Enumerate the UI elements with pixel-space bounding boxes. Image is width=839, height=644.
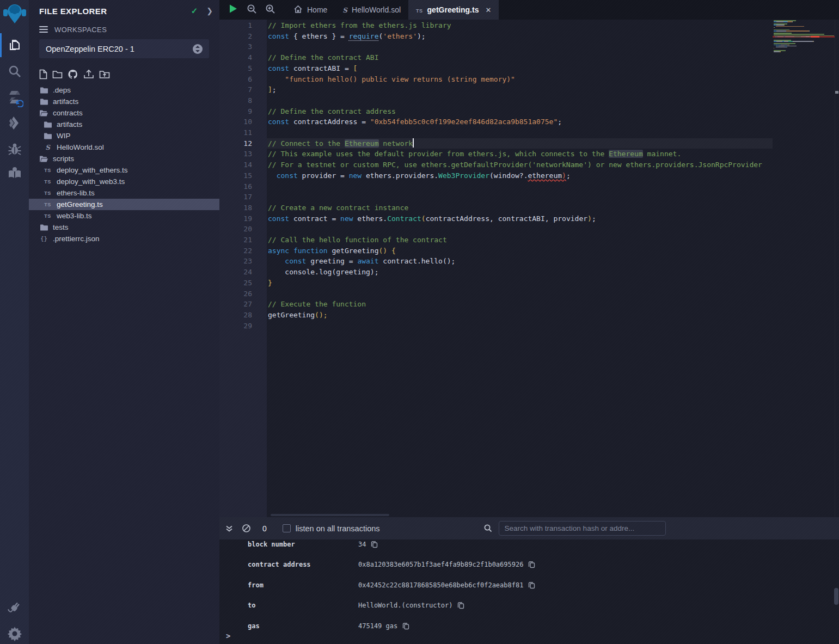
zoom-out-button[interactable] (242, 0, 261, 20)
code-line-14[interactable]: // For a testnet or custom RPC, use ethe… (268, 160, 762, 170)
code-line-23[interactable]: const greeting = await contract.hello(); (268, 256, 455, 267)
tree-item-scripts[interactable]: scripts (29, 153, 219, 164)
tx-detail-row: contract address0x8a120383e6057b1f3aef4f… (219, 559, 839, 570)
tree-item-label: artifacts (57, 120, 82, 128)
upload-file-icon[interactable] (83, 68, 94, 80)
tree-item-wip[interactable]: WIP (29, 130, 219, 142)
tree-item-getgreeting-ts[interactable]: TSgetGreeting.ts (29, 199, 219, 210)
tab-getgreeting-ts[interactable]: TSgetGreeting.ts✕ (408, 0, 499, 20)
code-line-13[interactable]: // This example uses the default provide… (268, 149, 681, 160)
listen-transactions-checkbox[interactable] (283, 524, 291, 532)
terminal-scrollbar-thumb[interactable] (834, 588, 838, 605)
hamburger-menu-icon[interactable] (39, 26, 48, 33)
copy-icon[interactable] (528, 581, 535, 589)
remix-logo (3, 3, 27, 26)
code-line-9[interactable]: // Define the contract address (268, 106, 396, 117)
overview-ruler[interactable] (835, 20, 839, 517)
rail-item-remix-logo[interactable] (0, 3, 29, 25)
tree-item-ethers-lib-ts[interactable]: TSethers-lib.ts (29, 187, 219, 199)
code-line-2[interactable]: const { ethers } = require('ethers'); (268, 31, 426, 42)
tx-detail-row: block number34 (219, 539, 839, 550)
tree-item-label: artifacts (53, 97, 78, 106)
rail-item-search[interactable] (0, 60, 29, 82)
copy-icon[interactable] (528, 561, 535, 568)
code-line-7[interactable]: ]; (268, 84, 277, 95)
folder-open-icon (39, 110, 48, 116)
rail-item-learneth[interactable] (0, 162, 29, 184)
line-number: 24 (219, 267, 252, 278)
minimap[interactable] (773, 20, 835, 64)
tree-item-tests[interactable]: tests (29, 222, 219, 233)
listen-transactions-label: listen on all transactions (296, 524, 380, 533)
tree-item-helloworld-sol[interactable]: SHelloWorld.sol (29, 142, 219, 153)
minimap-line (774, 47, 787, 48)
file-explorer-header: FILE EXPLORER ✓ ❯ (39, 5, 213, 17)
minimap-line (774, 48, 774, 49)
transaction-count: 0 (262, 524, 267, 533)
tree-item--prettierrc-json[interactable]: {}.prettierrc.json (29, 233, 219, 244)
code-line-25[interactable]: } (268, 278, 272, 289)
clear-console-icon[interactable] (242, 524, 251, 533)
code-line-24[interactable]: console.log(greeting); (268, 267, 379, 278)
new-file-icon[interactable] (39, 68, 47, 80)
line-number: 27 (219, 299, 252, 310)
tree-item--deps[interactable]: .deps (29, 84, 219, 96)
copy-icon[interactable] (371, 541, 378, 548)
github-icon[interactable] (68, 68, 78, 80)
code-line-4[interactable]: // Define the contract ABI (268, 52, 379, 63)
run-script-button[interactable] (224, 0, 242, 20)
new-folder-icon[interactable] (52, 68, 63, 80)
code-line-6[interactable]: "function hello() public view returns (s… (268, 74, 515, 85)
tree-item-contracts[interactable]: contracts (29, 107, 219, 119)
line-number: 14 (219, 160, 252, 170)
typescript-file-icon: TS (43, 213, 52, 219)
code-line-12[interactable]: // Connect to the Ethereum network (268, 138, 414, 149)
copy-icon[interactable] (402, 622, 409, 630)
rail-item-debugger[interactable] (0, 138, 29, 160)
code-area[interactable]: // Import ethers from the ethers.js libr… (268, 20, 773, 517)
zoom-out-icon (247, 4, 257, 16)
tab-home[interactable]: Home (286, 0, 335, 20)
code-line-5[interactable]: const contractABI = [ (268, 63, 357, 74)
tree-item-label: contracts (53, 109, 83, 117)
tree-item-label: .prettierrc.json (53, 235, 100, 243)
code-line-27[interactable]: // Execute the function (268, 299, 366, 310)
workspace-select[interactable]: OpenZeppelin ERC20 - 1 (39, 39, 209, 58)
rail-item-solidity-compiler[interactable] (0, 87, 29, 109)
code-line-10[interactable]: const contractAddress = "0xb54febb5c0c0f… (268, 116, 562, 127)
upload-folder-icon[interactable] (99, 68, 110, 80)
copy-icon[interactable] (457, 602, 464, 609)
tree-item-deploy-with-web3-ts[interactable]: TSdeploy_with_web3.ts (29, 176, 219, 187)
rail-item-file-explorer[interactable] (0, 34, 29, 56)
home-icon (293, 5, 303, 15)
rail-item-deploy-run[interactable] (0, 113, 29, 134)
code-line-28[interactable]: getGreeting(); (268, 310, 328, 321)
tree-item-deploy-with-ethers-ts[interactable]: TSdeploy_with_ethers.ts (29, 164, 219, 176)
rail-item-plugin-manager[interactable] (0, 597, 29, 618)
horizontal-scrollbar-thumb[interactable] (271, 514, 389, 516)
rail-item-settings[interactable] (0, 623, 29, 644)
tree-item-artifacts[interactable]: artifacts (29, 96, 219, 107)
tree-item-web3-lib-ts[interactable]: TSweb3-lib.ts (29, 210, 219, 222)
code-line-1[interactable]: // Import ethers from the ethers.js libr… (268, 20, 451, 31)
tab-label: getGreeting.ts (427, 5, 479, 14)
tab-helloworld-sol[interactable]: SHelloWorld.sol (335, 0, 408, 20)
tx-detail-value: 0x8a120383e6057b1f3aef4fa9b89c2f1b0a6959… (358, 561, 535, 568)
code-line-15[interactable]: const provider = new ethers.providers.We… (268, 170, 571, 181)
workspaces-row: WORKSPACES (39, 24, 107, 34)
chevron-right-icon[interactable]: ❯ (206, 7, 213, 15)
expand-terminal-icon[interactable] (225, 524, 234, 533)
check-icon[interactable]: ✓ (191, 6, 198, 16)
zoom-in-button[interactable] (261, 0, 279, 20)
terminal-search-input[interactable] (499, 521, 666, 536)
code-line-21[interactable]: // Call the hello function of the contra… (268, 235, 447, 246)
code-line-22[interactable]: async function getGreeting() { (268, 246, 396, 256)
minimap-line (774, 36, 811, 38)
close-tab-icon[interactable]: ✕ (485, 6, 491, 14)
tree-item-artifacts[interactable]: artifacts (29, 119, 219, 130)
line-number: 17 (219, 192, 252, 203)
line-number: 20 (219, 224, 252, 235)
code-line-19[interactable]: const contract = new ethers.Contract(con… (268, 213, 596, 224)
code-line-18[interactable]: // Create a new contract instance (268, 203, 408, 213)
terminal-prompt[interactable]: > (226, 631, 230, 640)
